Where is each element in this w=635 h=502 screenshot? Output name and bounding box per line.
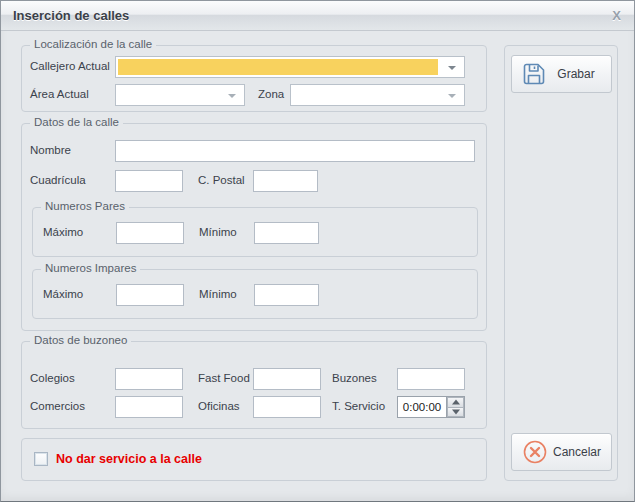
colegios-label: Colegios [30, 372, 75, 384]
group-numeros-impares: Numeros Impares Máximo Mínimo [32, 269, 478, 319]
buzones-label: Buzones [332, 372, 377, 384]
t-servicio-value[interactable]: 0:00:00 [398, 397, 446, 417]
spinner-buttons [446, 397, 464, 417]
titlebar: Inserción de calles X [1, 1, 634, 31]
chevron-down-icon[interactable] [448, 66, 456, 70]
area-actual-value [118, 87, 242, 103]
save-floppy-icon [521, 61, 547, 87]
impares-maximo-label: Máximo [43, 288, 83, 300]
cuadricula-input[interactable] [115, 170, 183, 192]
close-icon[interactable]: X [612, 8, 621, 23]
callejero-actual-value [118, 59, 438, 75]
no-servicio-checkbox[interactable] [34, 452, 48, 466]
group-numeros-pares-title: Numeros Pares [41, 200, 129, 212]
dialog-title: Inserción de calles [13, 1, 129, 30]
t-servicio-label: T. Servicio [332, 400, 385, 412]
callejero-actual-label: Callejero Actual [30, 60, 110, 72]
pares-minimo-input[interactable] [254, 222, 319, 244]
cancelar-button[interactable]: Cancelar [511, 433, 612, 471]
fast-food-label: Fast Food [198, 372, 250, 384]
chevron-down-icon[interactable] [228, 94, 236, 98]
area-actual-label: Área Actual [30, 88, 89, 100]
zona-label: Zona [258, 88, 284, 100]
c-postal-input[interactable] [253, 170, 318, 192]
pares-minimo-label: Mínimo [199, 226, 237, 238]
arrow-down-icon [452, 409, 460, 414]
group-numeros-impares-title: Numeros Impares [41, 262, 140, 274]
zona-combo[interactable] [290, 84, 465, 106]
c-postal-label: C. Postal [198, 174, 245, 186]
impares-maximo-input[interactable] [116, 284, 184, 306]
t-servicio-spinner[interactable]: 0:00:00 [397, 396, 465, 418]
area-actual-combo[interactable] [115, 84, 245, 106]
spinner-down-button[interactable] [447, 408, 464, 418]
grabar-button-label: Grabar [547, 67, 611, 81]
arrow-up-icon [452, 400, 460, 405]
group-localizacion: Localización de la calle Callejero Actua… [21, 45, 487, 112]
callejero-actual-combo[interactable] [115, 56, 465, 78]
actions-panel: Grabar Cancelar [504, 45, 618, 481]
pares-maximo-input[interactable] [116, 222, 184, 244]
grabar-button[interactable]: Grabar [511, 55, 612, 93]
impares-minimo-label: Mínimo [199, 288, 237, 300]
colegios-input[interactable] [115, 368, 183, 390]
group-datos-calle: Datos de la calle Nombre Cuadrícula C. P… [21, 123, 487, 331]
spinner-up-button[interactable] [447, 397, 464, 408]
insert-street-dialog: Inserción de calles X Localización de la… [0, 0, 635, 502]
comercios-label: Comercios [30, 400, 85, 412]
group-buzoneo-title: Datos de buzoneo [30, 334, 131, 346]
group-datos-calle-title: Datos de la calle [30, 116, 123, 128]
group-buzoneo: Datos de buzoneo Colegios Fast Food Buzo… [21, 341, 487, 429]
no-servicio-label: No dar servicio a la calle [56, 452, 202, 466]
buzones-input[interactable] [397, 368, 465, 390]
chevron-down-icon[interactable] [448, 94, 456, 98]
oficinas-input[interactable] [253, 396, 321, 418]
impares-minimo-input[interactable] [254, 284, 319, 306]
cuadricula-label: Cuadrícula [30, 174, 86, 186]
cancel-circle-x-icon [521, 438, 549, 466]
fast-food-input[interactable] [253, 368, 321, 390]
group-localizacion-title: Localización de la calle [30, 38, 156, 50]
oficinas-label: Oficinas [198, 400, 240, 412]
group-numeros-pares: Numeros Pares Máximo Mínimo [32, 207, 478, 257]
zona-value [293, 87, 462, 103]
nombre-label: Nombre [30, 144, 71, 156]
pares-maximo-label: Máximo [43, 226, 83, 238]
comercios-input[interactable] [115, 396, 183, 418]
group-servicio: No dar servicio a la calle [21, 438, 487, 481]
cancelar-button-label: Cancelar [549, 445, 611, 459]
nombre-input[interactable] [115, 140, 475, 162]
